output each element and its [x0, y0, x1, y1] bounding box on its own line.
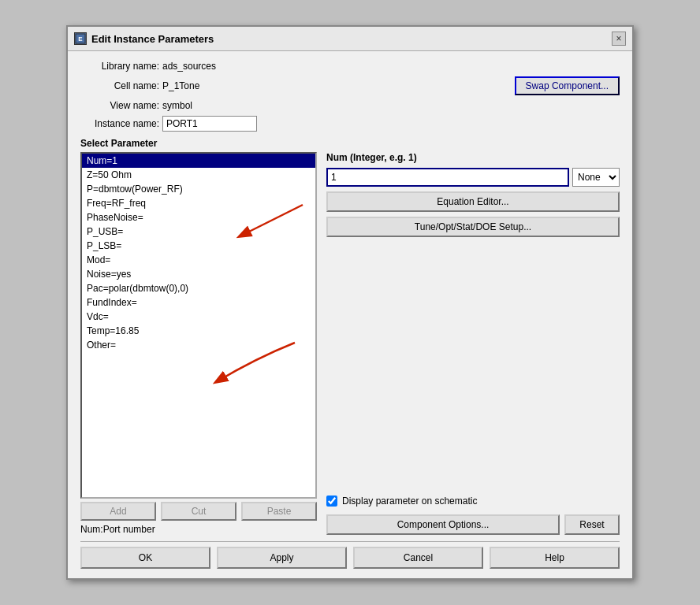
- swap-component-button[interactable]: Swap Component...: [515, 76, 620, 95]
- dialog-body: Library name: ads_sources Cell name: P_1…: [68, 51, 632, 578]
- tune-setup-button[interactable]: Tune/Opt/Stat/DOE Setup...: [326, 217, 620, 237]
- library-row: Library name: ads_sources: [80, 61, 620, 72]
- left-panel: Num=1Z=50 OhmP=dbmtow(Power_RF)Freq=RF_f…: [80, 152, 317, 535]
- title-bar: E Edit Instance Parameters ×: [68, 27, 632, 51]
- param-value-input[interactable]: [326, 168, 569, 187]
- library-label: Library name:: [80, 61, 159, 72]
- edit-instance-dialog: E Edit Instance Parameters × Library nam…: [66, 25, 634, 580]
- param-list-item[interactable]: P=dbmtow(Power_RF): [82, 182, 315, 196]
- param-list-item[interactable]: Pac=polar(dbmtow(0),0): [82, 281, 315, 295]
- select-parameter-label: Select Parameter: [80, 138, 620, 149]
- parameter-list: Num=1Z=50 OhmP=dbmtow(Power_RF)Freq=RF_f…: [82, 154, 315, 352]
- param-type-label: Num (Integer, e.g. 1): [326, 152, 620, 163]
- view-label: View name:: [80, 100, 159, 111]
- param-list-item[interactable]: PhaseNoise=: [82, 210, 315, 225]
- display-checkbox[interactable]: [326, 496, 337, 507]
- param-list-item[interactable]: Z=50 Ohm: [82, 168, 315, 182]
- display-checkbox-label: Display parameter on schematic: [342, 496, 477, 507]
- cut-button[interactable]: Cut: [161, 502, 236, 521]
- status-text: Num:Port number: [80, 524, 317, 535]
- add-button[interactable]: Add: [80, 502, 156, 521]
- cell-row: Cell name: P_1Tone Swap Component...: [80, 76, 620, 95]
- paste-button[interactable]: Paste: [241, 502, 317, 521]
- display-checkbox-row: Display parameter on schematic: [326, 496, 620, 507]
- component-options-button[interactable]: Component Options...: [326, 514, 560, 535]
- param-list-item[interactable]: FundIndex=: [82, 295, 315, 310]
- apply-button[interactable]: Apply: [217, 547, 347, 569]
- dialog-icon: E: [74, 32, 87, 45]
- instance-label: Instance name:: [80, 118, 159, 129]
- close-button[interactable]: ×: [612, 32, 626, 46]
- dialog-buttons: OK Apply Cancel Help: [80, 541, 620, 569]
- param-list-item[interactable]: Noise=yes: [82, 267, 315, 281]
- svg-text:E: E: [78, 35, 83, 43]
- param-list-item[interactable]: Temp=16.85: [82, 324, 315, 338]
- parameter-list-container[interactable]: Num=1Z=50 OhmP=dbmtow(Power_RF)Freq=RF_f…: [80, 152, 317, 499]
- param-list-item[interactable]: P_LSB=: [82, 239, 315, 253]
- param-value-row: NoneOhmHzdBmVA: [326, 168, 620, 187]
- cancel-button[interactable]: Cancel: [353, 547, 483, 569]
- param-list-item[interactable]: Freq=RF_freq: [82, 196, 315, 210]
- cell-value: P_1Tone: [162, 80, 199, 91]
- dialog-title: Edit Instance Parameters: [91, 33, 214, 45]
- param-list-item[interactable]: P_USB=: [82, 225, 315, 239]
- unit-select[interactable]: NoneOhmHzdBmVA: [572, 168, 620, 187]
- param-list-item[interactable]: Num=1: [82, 154, 315, 168]
- reset-button[interactable]: Reset: [564, 514, 620, 535]
- instance-row: Instance name:: [80, 116, 620, 132]
- right-panel: Num (Integer, e.g. 1) NoneOhmHzdBmVA Equ…: [326, 152, 620, 535]
- help-button[interactable]: Help: [490, 547, 620, 569]
- param-list-item[interactable]: Other=: [82, 338, 315, 352]
- param-list-item[interactable]: Vdc=: [82, 310, 315, 324]
- view-value: symbol: [162, 100, 192, 111]
- ok-button[interactable]: OK: [80, 547, 210, 569]
- cell-label: Cell name:: [80, 80, 159, 91]
- view-row: View name: symbol: [80, 100, 620, 111]
- main-content: Num=1Z=50 OhmP=dbmtow(Power_RF)Freq=RF_f…: [80, 152, 620, 535]
- instance-name-input[interactable]: [162, 116, 257, 132]
- library-value: ads_sources: [162, 61, 216, 72]
- title-bar-left: E Edit Instance Parameters: [74, 32, 214, 45]
- param-list-item[interactable]: Mod=: [82, 253, 315, 267]
- equation-editor-button[interactable]: Equation Editor...: [326, 191, 620, 212]
- component-reset-row: Component Options... Reset: [326, 514, 620, 535]
- list-action-buttons: Add Cut Paste: [80, 502, 317, 521]
